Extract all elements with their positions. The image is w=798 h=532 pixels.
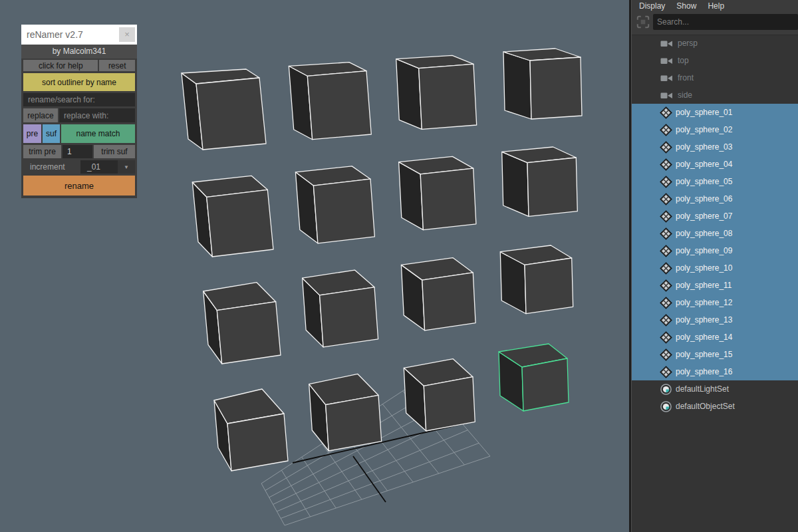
outliner-item-label: poly_sphere_16 [676,367,732,376]
rename-search-input[interactable] [23,93,135,106]
camera-icon [660,90,674,100]
sort-outliner-button[interactable]: sort outliner by name [23,73,135,91]
outliner-item-persp[interactable]: persp [632,35,798,52]
outliner-item-poly-sphere-10[interactable]: poly_sphere_10 [632,259,798,277]
outliner-item-poly-sphere-05[interactable]: poly_sphere_05 [632,173,798,190]
renamer-byline: by Malcolm341 [21,45,137,59]
polycube-icon [660,279,672,292]
viewport-cube-poly_sphere_04[interactable] [503,49,582,119]
viewport-cube-poly_sphere_14[interactable] [309,374,382,451]
suffix-button[interactable]: suf [43,124,60,143]
renamer-titlebar[interactable]: reNamer v2.7 × [21,25,137,45]
trim-prefix-button[interactable]: trim pre [23,145,61,158]
reset-button[interactable]: reset [99,60,135,71]
outliner-item-poly-sphere-01[interactable]: poly_sphere_01 [632,104,798,121]
outliner-item-label: front [678,73,694,82]
outliner-item-label: poly_sphere_10 [676,263,732,273]
outliner-item-front[interactable]: front [632,69,798,86]
viewport-cube-poly_sphere_07[interactable] [399,156,476,229]
outliner-item-poly-sphere-02[interactable]: poly_sphere_02 [632,121,798,138]
polycube-icon [660,124,672,136]
camera-icon [660,73,674,83]
outliner-item-poly-sphere-14[interactable]: poly_sphere_14 [632,329,798,346]
outliner-item-poly-sphere-03[interactable]: poly_sphere_03 [632,138,798,156]
menu-display[interactable]: Display [639,1,665,11]
viewport-cube-poly_sphere_16[interactable] [499,344,569,411]
trim-count-field[interactable] [63,145,92,158]
outliner-item-label: poly_sphere_15 [676,350,732,359]
increment-label: increment [23,160,79,174]
camera-icon [660,39,674,49]
outliner-item-poly-sphere-12[interactable]: poly_sphere_12 [632,294,798,311]
outliner-item-poly-sphere-16[interactable]: poly_sphere_16 [632,363,798,380]
viewport-cube-poly_sphere_15[interactable] [404,359,475,431]
outliner-menubar: Display Show Help [632,0,798,12]
outliner-item-poly-sphere-11[interactable]: poly_sphere_11 [632,277,798,294]
rename-button[interactable]: rename [23,176,135,196]
outliner-item-poly-sphere-06[interactable]: poly_sphere_06 [632,190,798,207]
object-set-icon [660,400,672,413]
outliner-search-row [632,12,798,35]
outliner-item-label: defaultObjectSet [676,402,735,411]
name-match-button[interactable]: name match [61,124,135,143]
viewport-cube-poly_sphere_02[interactable] [289,63,371,140]
viewport-cube-poly_sphere_06[interactable] [295,166,374,243]
outliner-item-label: poly_sphere_02 [676,125,732,134]
polycube-icon [660,141,672,154]
trim-suffix-button[interactable]: trim suf [94,145,135,158]
polycube-icon [660,210,672,223]
menu-help[interactable]: Help [708,1,724,11]
outliner-item-label: poly_sphere_08 [676,229,732,238]
viewport-cube-poly_sphere_10[interactable] [303,270,378,347]
outliner-item-poly-sphere-08[interactable]: poly_sphere_08 [632,225,798,242]
outliner-item-label: side [678,90,692,100]
viewport-cube-poly_sphere_13[interactable] [214,389,288,471]
viewport-cube-poly_sphere_05[interactable] [192,176,273,257]
outliner-item-label: poly_sphere_04 [676,160,732,169]
viewport-cube-poly_sphere_12[interactable] [500,245,573,314]
polycube-icon [660,314,672,327]
outliner-header: Display Show Help [632,0,798,35]
outliner-item-label: poly_sphere_01 [676,108,732,117]
replace-button[interactable]: replace [23,108,58,122]
polycube-icon [660,262,672,275]
outliner-item-poly-sphere-07[interactable]: poly_sphere_07 [632,207,798,225]
polycube-icon [660,158,672,171]
help-button[interactable]: click for help [23,60,98,71]
outliner-item-top[interactable]: top [632,52,798,69]
increment-dropdown[interactable]: _01 ▼ [80,160,135,174]
increment-value: _01 [80,162,118,172]
viewport-cube-poly_sphere_01[interactable] [182,69,266,150]
outliner-item-poly-sphere-09[interactable]: poly_sphere_09 [632,242,798,259]
renamer-title: reNamer v2.7 [27,25,83,45]
outliner-item-default-light-set[interactable]: defaultLightSet [632,380,798,398]
prefix-button[interactable]: pre [23,124,41,143]
close-icon[interactable]: × [119,27,135,42]
search-input[interactable] [653,14,798,30]
viewport-cube-poly_sphere_09[interactable] [203,283,281,364]
polycube-icon [660,227,672,240]
polycube-icon [660,176,672,188]
viewport-cube-poly_sphere_11[interactable] [401,258,475,331]
outliner-item-poly-sphere-04[interactable]: poly_sphere_04 [632,156,798,173]
chevron-down-icon[interactable]: ▼ [118,160,135,174]
z-axis-line [353,456,386,502]
outliner-item-poly-sphere-15[interactable]: poly_sphere_15 [632,346,798,363]
camera-icon [660,56,674,66]
menu-show[interactable]: Show [676,1,696,11]
polycube-icon [660,331,672,344]
outliner-item-label: poly_sphere_13 [676,315,732,325]
polycube-icon [660,348,672,361]
polycube-icon [660,245,672,257]
outliner-item-default-object-set[interactable]: defaultObjectSet [632,398,798,415]
viewport-cube-poly_sphere_03[interactable] [396,55,477,129]
outliner-item-label: top [678,56,689,65]
outliner-item-label: poly_sphere_07 [676,211,732,221]
outliner-item-side[interactable]: side [632,86,798,104]
outliner-item-poly-sphere-13[interactable]: poly_sphere_13 [632,311,798,329]
filter-icon[interactable] [636,15,650,29]
maya-workspace: reNamer v2.7 × by Malcolm341 click for h… [0,0,798,532]
viewport-cube-poly_sphere_08[interactable] [502,147,578,216]
replace-with-input[interactable] [59,108,135,122]
outliner-item-label: poly_sphere_11 [676,281,732,290]
